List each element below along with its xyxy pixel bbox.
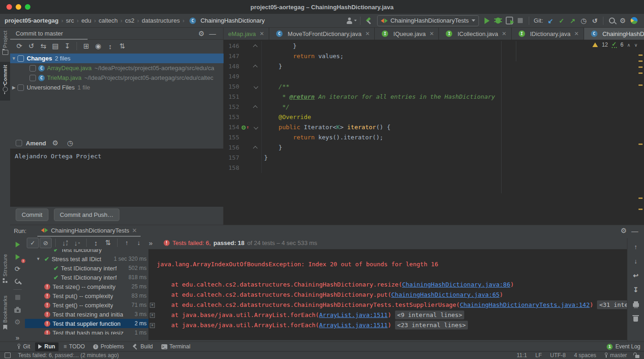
checkbox[interactable] (30, 75, 36, 81)
test-tree-row[interactable]: ✔Test IDictionary interf502 ms (25, 263, 148, 273)
breadcrumb-item[interactable]: project05-aortegag (5, 17, 59, 24)
close-window-button[interactable] (6, 4, 12, 10)
amend-checkbox[interactable] (16, 140, 22, 146)
chevron-down-icon[interactable]: ▼ (35, 257, 41, 261)
close-tab-icon[interactable]: ✕ (365, 30, 370, 37)
breadcrumb-item[interactable]: edu (81, 17, 91, 24)
sort-by-duration-icon[interactable]: ↓≡ (71, 238, 83, 248)
error-stripe-mark[interactable] (638, 197, 643, 199)
preview-eye-icon[interactable]: ◉ (93, 41, 104, 51)
fold-marker-icon[interactable] (253, 65, 257, 69)
chevron-right-icon[interactable]: ▶ (10, 85, 18, 90)
error-stripe-mark[interactable] (638, 84, 643, 86)
fold-expand-icon[interactable]: + (150, 313, 155, 318)
screenshot-camera-icon[interactable] (12, 305, 23, 315)
breadcrumb-item[interactable]: caltech (99, 17, 118, 24)
settings-gear-icon[interactable]: ⚙ (617, 16, 628, 26)
breadcrumb-item[interactable]: datastructures (142, 17, 180, 24)
history-icon[interactable]: ◷ (578, 16, 589, 26)
rollback-icon[interactable]: ↺ (26, 41, 37, 51)
commit-message-input[interactable]: Alejandro Ortega Project (10, 149, 224, 207)
sort-alphabetically-icon[interactable]: ↓az (59, 238, 71, 248)
error-stripe-mark[interactable] (638, 72, 643, 74)
fold-marker-icon[interactable] (254, 84, 258, 89)
ide-logo-icon[interactable] (628, 16, 639, 26)
zoom-window-button[interactable] (25, 4, 30, 10)
minimize-window-button[interactable] (16, 4, 21, 10)
commit-options-gear-icon[interactable]: ⚙ (50, 138, 61, 148)
checkbox[interactable] (30, 65, 36, 72)
fold-expand-icon[interactable]: + (150, 303, 155, 308)
toolwindow-button-todo[interactable]: ≡TODO (60, 342, 88, 351)
toolwindow-button-problems[interactable]: !Problems (90, 342, 127, 351)
fold-expand-icon[interactable]: + (150, 323, 155, 328)
changelist-icon[interactable]: ▤ (50, 41, 61, 51)
chevron-down-icon[interactable]: ▼ (10, 56, 18, 61)
test-tree-row[interactable]: !Test that resizing and initia3 ms (25, 310, 148, 319)
stack-trace-link[interactable]: ArrayList.java:1511 (319, 322, 388, 329)
stripe-tab-structure[interactable]: Structure (0, 254, 10, 289)
close-tab-icon[interactable]: ✕ (574, 30, 579, 37)
toolwindow-button-run[interactable]: Run (35, 342, 58, 351)
collapse-all-icon[interactable]: ⇅ (102, 238, 113, 248)
commit-button[interactable]: Commit (16, 209, 48, 221)
stop-button[interactable] (12, 293, 23, 302)
changes-group-row[interactable]: ▼ Changes 2 files (10, 54, 224, 63)
refresh-icon[interactable]: ⟳ (14, 41, 25, 51)
fold-marker-icon[interactable] (253, 105, 257, 110)
inspection-widget[interactable]: 12 ✓ 6 ∧ ∨ (592, 42, 638, 48)
close-tab-icon[interactable]: ✕ (260, 30, 264, 37)
stack-trace-link[interactable]: ChainingHashDictionary.java:86 (402, 281, 510, 288)
file-encoding[interactable]: UTF-8 (550, 352, 566, 359)
test-tree-row[interactable]: !Test put() -- complexity83 ms (25, 291, 148, 300)
show-ignored-toggle[interactable]: ⊘ (40, 238, 52, 248)
breadcrumb-item[interactable]: src (66, 17, 74, 24)
test-tree-row[interactable]: ✔Test IDictionary (25, 249, 148, 254)
stripe-tab-project[interactable]: Project (0, 30, 10, 59)
git-commit-icon[interactable]: ✓ (556, 16, 567, 26)
stack-trace-link[interactable]: ArrayList.java:1511 (319, 311, 388, 318)
previous-failed-test-icon[interactable]: ↑ (121, 238, 132, 248)
show-passed-toggle[interactable]: ✓ (27, 238, 39, 248)
more-actions-icon[interactable]: » (145, 238, 156, 248)
editor-tab[interactable]: CChainingHashDictionary.java✕ (584, 28, 644, 40)
git-push-icon[interactable]: ↗ (567, 16, 578, 26)
caret-position[interactable]: 11:1 (517, 352, 527, 359)
changed-file-row[interactable]: C ArrayDeque.java ~/IdeaProjects/project… (10, 63, 224, 73)
changed-file-row[interactable]: C TrieMap.java ~/IdeaProjects/project05-… (10, 73, 224, 83)
expand-all-icon[interactable]: ↕ (105, 41, 116, 51)
search-icon[interactable] (606, 16, 617, 26)
coverage-button[interactable] (504, 16, 515, 26)
test-tree-row[interactable]: ▼✔Stress test all IDict1 sec 320 ms (25, 254, 148, 263)
fold-marker-icon[interactable] (253, 146, 257, 150)
hide-panel-icon[interactable]: — (629, 226, 640, 236)
hide-panel-icon[interactable]: — (207, 29, 218, 39)
run-config-selector[interactable]: ChainingHashDictionaryTests (377, 15, 479, 26)
stack-trace-link[interactable]: ChainingHashDictionary.java:65 (391, 291, 500, 298)
event-log-button[interactable]: 1 Event Log (607, 343, 640, 350)
error-stripe-mark[interactable] (638, 209, 643, 210)
status-message[interactable]: Tests failed: 6, passed:... (2 minutes a… (18, 352, 119, 359)
editor-tab[interactable]: IIDictionary.java✕ (512, 28, 584, 40)
test-tree-row[interactable]: !Test that hash map is resiz1 ms (25, 328, 148, 335)
more-chevron-icon[interactable]: » (12, 333, 23, 342)
error-stripe-mark[interactable] (638, 54, 643, 56)
commit-history-icon[interactable]: ◷ (65, 138, 76, 148)
override-method-icon[interactable]: o↑ (242, 125, 249, 130)
scroll-down-icon[interactable]: ↓ (630, 256, 641, 266)
toolwindow-button-terminal[interactable]: >_Terminal (158, 342, 194, 351)
close-tab-icon[interactable]: ✕ (502, 30, 507, 37)
rerun-button[interactable] (12, 240, 23, 249)
git-update-icon[interactable]: ↙ (545, 16, 556, 26)
editor-tab[interactable]: CMoveToFrontDictionary.java✕ (269, 28, 375, 40)
editor-tab[interactable]: IICollection.java✕ (439, 28, 511, 40)
unversioned-group-row[interactable]: ▶ Unversioned Files 1 file (10, 83, 224, 92)
commit-and-push-button[interactable]: Commit and Push… (54, 209, 119, 221)
error-stripe-mark[interactable] (638, 66, 643, 68)
stripe-tab-bookmarks[interactable]: Bookmarks (0, 295, 10, 335)
close-icon[interactable]: ✕ (132, 227, 137, 234)
fold-marker-icon[interactable] (253, 44, 257, 49)
error-stripe-mark[interactable] (638, 144, 643, 145)
fold-marker-icon[interactable] (254, 125, 258, 129)
next-issue-icon[interactable]: ∨ (634, 42, 638, 48)
